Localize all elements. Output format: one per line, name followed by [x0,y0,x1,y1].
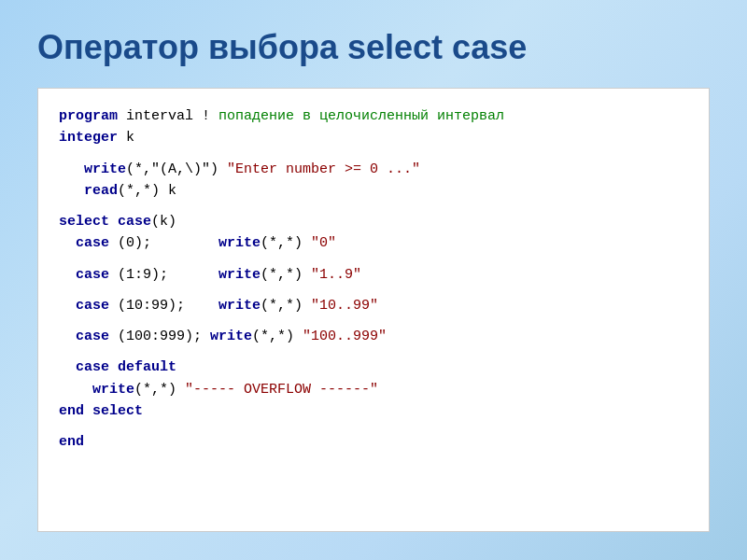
code-line-4: read(*,*) k [59,180,688,202]
kw-read: read [84,183,118,199]
spacer-3 [59,255,688,264]
kw-end-select: end select [59,403,143,419]
indent-8 [59,298,76,314]
str-1-9: "1..9" [303,267,361,283]
code-write-3-args: (*,*) [261,267,303,283]
spacer-1 [59,149,688,159]
kw-end: end [59,434,84,450]
code-k: k [118,130,134,146]
kw-write-4: write [218,298,261,314]
spacer-4 [59,286,688,295]
kw-write-5: write [210,329,252,344]
kw-program: program [59,108,118,124]
code-write-2-args: (*,*) [261,235,303,251]
indent-3 [59,161,84,177]
code-select-k: (k) [151,214,176,230]
kw-write-3: write [218,267,261,283]
code-line-5: select case(k) [59,211,688,232]
indent-4 [59,183,84,199]
code-comment: попадение в целочисленный интервал [210,108,504,124]
code-line-13: end [59,431,688,453]
code-read-args: (*,*) k [118,183,176,199]
kw-case-10-99: case [76,298,109,314]
str-0: "0" [303,235,336,251]
code-line-8: case (10:99); write(*,*) "10..99" [59,295,688,316]
code-line-6: case (0); write(*,*) "0" [59,232,688,254]
kw-select-case: select case [59,214,151,230]
kw-write-2: write [218,235,261,251]
code-case-1-9-range: (1:9); [109,267,218,283]
indent-11 [59,382,92,398]
code-case-10-99-range: (10:99); [109,298,218,314]
code-line-1: program interval ! попадение в целочисле… [59,105,688,127]
code-write-6-args: (*,*) [134,382,176,398]
spacer-5 [59,316,688,326]
slide: Оператор выбора select case program inte… [0,0,747,560]
code-line-2: integer k [59,127,688,148]
str-enter: "Enter number >= 0 ..." [218,161,420,177]
kw-case-1-9: case [76,267,109,283]
indent-6 [59,235,76,251]
kw-integer: integer [59,130,118,146]
code-line-12: end select [59,400,688,422]
kw-case-0: case [76,235,109,251]
code-line-3: write(*,"(A,\)") "Enter number >= 0 ..." [59,159,688,180]
spacer-2 [59,202,688,211]
indent-10 [59,359,76,375]
code-bang: ! [202,108,210,124]
indent-9 [59,329,76,344]
code-interval: interval [118,108,202,124]
indent-7 [59,267,76,283]
code-line-11: write(*,*) "----- OVERFLOW ------" [59,379,688,400]
kw-case-100-999: case [76,329,109,344]
spacer-6 [59,347,688,357]
str-10-99: "10..99" [303,298,378,314]
code-case-0-range: (0); [109,235,218,251]
code-line-10: case default [59,357,688,378]
code-line-9: case (100:999); write(*,*) "100..999" [59,326,688,347]
str-100-999: "100..999" [294,329,387,344]
code-write-5-args: (*,*) [252,329,294,344]
code-write-4-args: (*,*) [261,298,303,314]
kw-write-1: write [84,161,126,177]
code-block: program interval ! попадение в целочисле… [37,88,710,532]
kw-write-6: write [92,382,134,398]
code-line-7: case (1:9); write(*,*) "1..9" [59,264,688,286]
kw-case-default: case default [76,359,176,375]
slide-title: Оператор выбора select case [37,28,710,67]
spacer-7 [59,422,688,431]
code-case-100-999-range: (100:999); [109,329,210,344]
str-overflow: "----- OVERFLOW ------" [176,382,378,398]
code-write-args-1: (*,"(A,\)") [126,161,218,177]
